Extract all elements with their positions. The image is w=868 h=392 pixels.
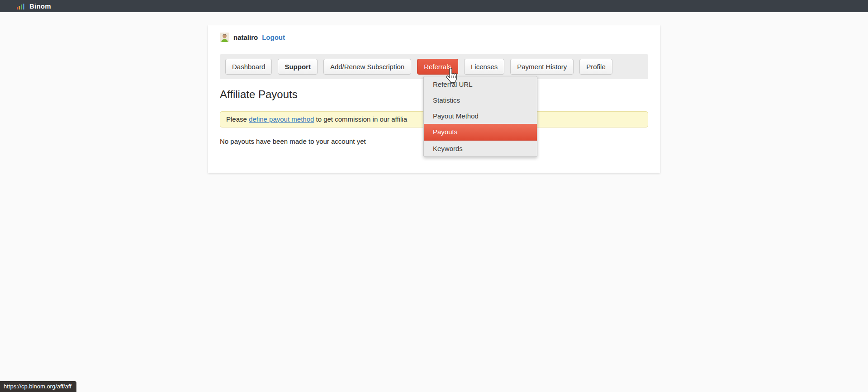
brand[interactable]: Binom [17,2,51,10]
user-row: nataliro Logout [220,33,648,42]
menu-item-keywords[interactable]: Keywords [424,141,537,156]
tab-support[interactable]: Support [278,59,318,75]
tab-profile[interactable]: Profile [579,59,612,75]
tab-dashboard[interactable]: Dashboard [225,59,272,75]
menu-item-payouts[interactable]: Payouts [424,124,537,141]
menu-item-payout-method[interactable]: Payout Method [424,108,537,124]
notice-text-prefix: Please [226,115,247,123]
username: nataliro [233,33,258,41]
define-payout-method-link[interactable]: define payout method [249,115,314,123]
menu-item-referral-url[interactable]: Referral URL [424,76,537,92]
referrals-dropdown-menu: Referral URL Statistics Payout Method Pa… [423,76,537,157]
tab-licenses[interactable]: Licenses [464,59,504,75]
tab-add-renew-subscription[interactable]: Add/Renew Subscription [323,59,411,75]
logout-link[interactable]: Logout [262,33,285,41]
binom-logo-icon [17,3,24,9]
menu-item-statistics[interactable]: Statistics [424,92,537,108]
notice-text-suffix: to get commission in our affilia [316,115,407,123]
status-bar-url: https://cp.binom.org/aff/aff [0,381,76,392]
tab-payment-history[interactable]: Payment History [510,59,574,75]
nav-tabs: Dashboard Support Add/Renew Subscription… [220,54,648,79]
brand-name: Binom [29,2,51,10]
tab-referrals[interactable]: Referrals [417,59,458,75]
avatar [220,33,229,42]
topbar: Binom [0,0,868,12]
